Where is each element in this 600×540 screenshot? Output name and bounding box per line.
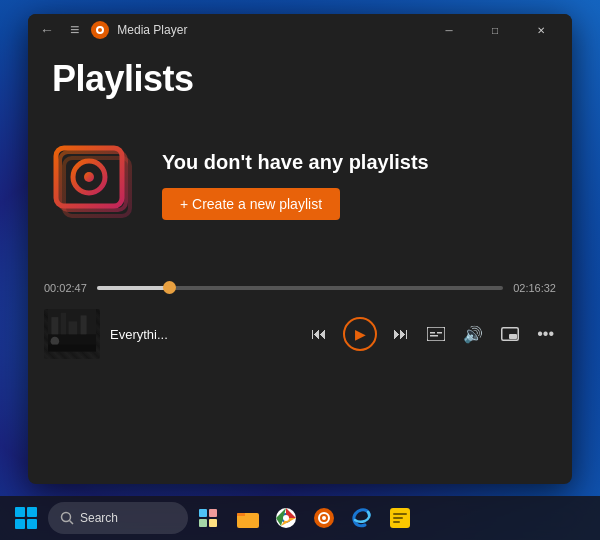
maximize-button[interactable]: □ (472, 14, 518, 46)
svg-rect-38 (393, 513, 407, 515)
caption-icon (427, 327, 445, 341)
progress-track[interactable] (97, 286, 503, 290)
song-title: Everythi... (110, 327, 299, 342)
progress-fill (97, 286, 170, 290)
file-explorer-button[interactable] (232, 502, 264, 534)
progress-thumb (163, 281, 176, 294)
svg-rect-12 (48, 345, 96, 352)
svg-rect-8 (61, 313, 66, 334)
chrome-button[interactable] (270, 502, 302, 534)
current-time: 00:02:47 (44, 282, 87, 294)
search-label: Search (80, 511, 118, 525)
svg-rect-20 (27, 507, 37, 517)
empty-text: You don't have any playlists + Create a … (162, 151, 548, 220)
svg-rect-21 (15, 519, 25, 529)
svg-rect-19 (15, 507, 25, 517)
svg-rect-26 (209, 509, 217, 517)
empty-heading: You don't have any playlists (162, 151, 548, 174)
search-icon (60, 511, 74, 525)
taskbar-app-icons (232, 502, 416, 534)
app-icon (91, 21, 109, 39)
window-controls: ─ □ ✕ (426, 14, 564, 46)
previous-button[interactable]: ⏮ (309, 323, 329, 345)
play-pause-button[interactable]: ▶ (343, 317, 377, 351)
svg-rect-14 (430, 332, 435, 334)
file-explorer-icon (237, 508, 259, 528)
playback-controls: ⏮ ▶ ⏭ 🔊 (309, 317, 556, 351)
svg-rect-18 (509, 334, 517, 339)
taskbar-search[interactable]: Search (48, 502, 188, 534)
svg-point-23 (62, 513, 71, 522)
svg-point-4 (84, 172, 94, 182)
progress-row: 00:02:47 02:16:32 (44, 274, 556, 302)
edge-button[interactable] (346, 502, 378, 534)
svg-rect-22 (27, 519, 37, 529)
media-player-window: ← ≡ Media Player ─ □ ✕ Playlists (28, 14, 572, 484)
desktop: ← ≡ Media Player ─ □ ✕ Playlists (0, 0, 600, 540)
svg-rect-25 (199, 509, 207, 517)
create-playlist-button[interactable]: + Create a new playlist (162, 188, 340, 220)
svg-rect-40 (393, 521, 400, 523)
more-button[interactable]: ••• (535, 323, 556, 345)
svg-rect-9 (69, 321, 78, 334)
song-thumbnail (44, 309, 100, 359)
play-icon: ▶ (355, 326, 366, 342)
windows-logo-icon (15, 507, 37, 529)
app-icon-inner (96, 26, 104, 34)
sticky-notes-button[interactable] (384, 502, 416, 534)
svg-rect-15 (437, 332, 442, 334)
volume-button[interactable]: 🔊 (461, 323, 485, 346)
playlist-icon (52, 140, 142, 230)
svg-rect-28 (209, 519, 217, 527)
thumbnail-inner (44, 309, 100, 359)
back-button[interactable]: ← (36, 20, 58, 40)
now-playing-bar: Everythi... ⏮ ▶ ⏭ 🔊 (28, 302, 572, 366)
minimize-button[interactable]: ─ (426, 14, 472, 46)
edge-icon (351, 507, 373, 529)
progress-section: 00:02:47 02:16:32 (28, 274, 572, 302)
svg-rect-7 (51, 317, 58, 334)
svg-rect-39 (393, 517, 403, 519)
window-title: Media Player (117, 23, 187, 37)
caption-button[interactable] (425, 325, 447, 343)
thumbnail-image (48, 309, 96, 355)
svg-rect-16 (430, 335, 438, 337)
titlebar: ← ≡ Media Player ─ □ ✕ (28, 14, 572, 46)
miniplayer-button[interactable] (499, 325, 521, 343)
menu-button[interactable]: ≡ (66, 19, 83, 41)
miniplayer-icon (501, 327, 519, 341)
chrome-icon (275, 507, 297, 529)
svg-line-24 (70, 521, 74, 525)
svg-point-11 (51, 337, 60, 346)
svg-rect-27 (199, 519, 207, 527)
svg-rect-13 (427, 327, 445, 341)
media-player-taskbar-button[interactable] (308, 502, 340, 534)
svg-point-36 (322, 516, 326, 520)
empty-state: You don't have any playlists + Create a … (52, 140, 548, 230)
next-button[interactable]: ⏭ (391, 323, 411, 345)
widgets-icon (197, 507, 219, 529)
page-title: Playlists (52, 46, 548, 100)
start-button[interactable] (8, 500, 44, 536)
sticky-notes-icon (389, 507, 411, 529)
titlebar-left: ← ≡ Media Player (36, 19, 426, 41)
svg-point-33 (283, 515, 289, 521)
widgets-button[interactable] (192, 502, 224, 534)
content-area: Playlists (28, 46, 572, 230)
taskbar: Search (0, 496, 600, 540)
total-time: 02:16:32 (513, 282, 556, 294)
media-player-taskbar-icon (313, 507, 335, 529)
svg-rect-10 (81, 315, 87, 334)
close-button[interactable]: ✕ (518, 14, 564, 46)
